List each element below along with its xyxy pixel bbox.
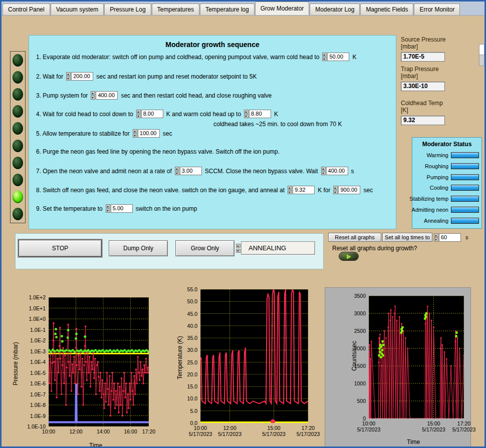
spinner-icon[interactable] <box>322 53 327 61</box>
spinner-icon[interactable] <box>66 72 71 81</box>
numeric-field[interactable]: 3.00 <box>180 167 202 175</box>
increment-arrow-icon[interactable] <box>136 110 141 114</box>
log-time-input[interactable]: 60 <box>434 233 461 242</box>
increment-arrow-icon[interactable] <box>236 244 240 248</box>
status-row-warming: Warming <box>414 152 479 159</box>
tab-temperature-log[interactable]: Temperature log <box>200 4 255 15</box>
step-led-off <box>13 174 23 186</box>
numeric-field[interactable]: 8.00 <box>141 110 163 118</box>
increment-arrow-icon[interactable] <box>321 167 326 171</box>
numeric-field[interactable]: 400.00 <box>96 91 118 100</box>
spinner-icon[interactable] <box>333 186 338 194</box>
status-row-roughing: Roughing <box>414 163 479 170</box>
grow-only-button[interactable]: Grow Only <box>175 240 234 256</box>
spinner-icon[interactable] <box>91 91 95 100</box>
spinner-icon[interactable] <box>106 204 110 213</box>
increment-arrow-icon[interactable] <box>333 186 338 190</box>
step-2-wait-input[interactable]: 200.00 <box>66 72 93 81</box>
spinner-icon[interactable] <box>133 129 137 138</box>
y-tick-label: 55.0 <box>176 286 197 292</box>
spinner-icon[interactable] <box>434 233 438 242</box>
tab-control-panel[interactable]: Control Panel <box>3 4 50 15</box>
spinner-icon[interactable] <box>288 186 292 194</box>
spinner-icon[interactable] <box>175 167 179 175</box>
y-tick-label: 1.0E+1 <box>23 305 46 311</box>
step-5-text: 5. Allow temperature to stabilize for <box>36 130 130 137</box>
reset-during-growth-button[interactable] <box>339 252 359 261</box>
step-led-on <box>13 191 23 203</box>
numeric-field[interactable]: 9.32 <box>293 186 315 194</box>
decrement-arrow-icon[interactable] <box>333 190 338 194</box>
pressure-time-label: Time <box>89 442 102 448</box>
numeric-field[interactable]: 400.00 <box>326 167 348 175</box>
tab-pressure-log[interactable]: Pressure Log <box>104 4 151 15</box>
tab-error-monitor[interactable]: Error Monitor <box>414 4 460 15</box>
step-7-flow-input[interactable]: 3.00 <box>175 167 202 175</box>
stop-button[interactable]: STOP <box>19 240 102 257</box>
tab-vacuum-system[interactable]: Vacuum system <box>51 4 104 15</box>
increment-arrow-icon[interactable] <box>322 53 327 57</box>
increment-arrow-icon[interactable] <box>91 91 95 95</box>
dump-only-button[interactable]: Dump Only <box>109 240 168 256</box>
step-5-stabilize-input[interactable]: 100.00 <box>133 129 160 138</box>
decrement-arrow-icon[interactable] <box>244 114 249 118</box>
increment-arrow-icon[interactable] <box>133 129 137 133</box>
decrement-arrow-icon[interactable] <box>434 238 438 242</box>
decrement-arrow-icon[interactable] <box>106 209 110 213</box>
spinner-icon[interactable] <box>321 167 326 175</box>
sequence-state-ring[interactable]: ANNEALING <box>236 241 315 255</box>
decrement-arrow-icon[interactable] <box>288 190 292 194</box>
tab-magnetic-fields[interactable]: Magnetic Fields <box>360 4 413 15</box>
numeric-field[interactable]: 200.00 <box>71 72 93 81</box>
tab-temperatures[interactable]: Temperatures <box>152 4 199 15</box>
increment-arrow-icon[interactable] <box>66 72 71 76</box>
increment-arrow-icon[interactable] <box>106 204 110 208</box>
y-tick-label: 3500 <box>325 293 366 299</box>
tab-grow-moderator[interactable]: Grow Moderator <box>255 2 310 15</box>
step-4-warmup-input[interactable]: 8.80 <box>244 110 271 118</box>
reset-all-graphs-button[interactable]: Reset all graphs <box>328 233 381 242</box>
numeric-field[interactable]: 50.00 <box>327 53 349 61</box>
set-log-times-button[interactable]: Set all log times to <box>382 233 432 242</box>
spinner-icon[interactable] <box>244 110 249 118</box>
decrement-arrow-icon[interactable] <box>66 77 71 81</box>
numeric-field[interactable]: 8.80 <box>249 110 271 118</box>
step-2-text2: sec and restart ion pump and reset moder… <box>96 73 257 80</box>
step-9-setpoint-input[interactable]: 5.00 <box>106 204 133 213</box>
increment-arrow-icon[interactable] <box>288 186 292 190</box>
numeric-field[interactable]: 100.00 <box>138 129 160 138</box>
decrement-arrow-icon[interactable] <box>136 114 141 118</box>
log-time-unit: s <box>465 234 468 240</box>
step-8-anneal-temp-input[interactable]: 9.32 <box>288 186 315 194</box>
y-tick-label: 1.0E-4 <box>23 359 46 365</box>
numeric-field[interactable]: 900.00 <box>338 186 360 194</box>
decrement-arrow-icon[interactable] <box>91 96 95 100</box>
step-1-text: 1. Evaporate old moderator: switch off i… <box>36 54 319 61</box>
numeric-field[interactable]: 60 <box>439 233 461 242</box>
tab-moderator-log[interactable]: Moderator Log <box>310 4 360 15</box>
step-8-anneal-time-input[interactable]: 900.00 <box>333 186 360 194</box>
step-7-wait-input[interactable]: 400.00 <box>321 167 348 175</box>
step-1-warm-temp-input[interactable]: 50.00 <box>322 53 349 61</box>
numeric-field[interactable]: 5.00 <box>111 204 133 213</box>
step-9-text2: switch on the ion pump <box>136 205 197 212</box>
step-led-off <box>13 105 23 118</box>
step-4-cooldown-input[interactable]: 8.00 <box>136 110 163 118</box>
decrement-arrow-icon[interactable] <box>175 171 179 175</box>
step-8-unit: sec <box>363 187 373 194</box>
spinner-icon[interactable] <box>136 110 141 118</box>
increment-arrow-icon[interactable] <box>175 167 179 171</box>
decrement-arrow-icon[interactable] <box>133 134 137 138</box>
decrement-arrow-icon[interactable] <box>321 171 326 175</box>
x-tick-date: 5/17/2023 <box>357 426 381 432</box>
decrement-arrow-icon[interactable] <box>236 249 240 253</box>
step-1: 1. Evaporate old moderator: switch off i… <box>36 53 356 61</box>
increment-arrow-icon[interactable] <box>434 233 438 237</box>
decrement-arrow-icon[interactable] <box>322 57 327 61</box>
step-3-pump-time-input[interactable]: 400.00 <box>91 91 118 100</box>
increment-arrow-icon[interactable] <box>244 110 249 114</box>
scrollbar[interactable] <box>479 44 484 66</box>
scrollbar-thumb[interactable] <box>479 55 484 66</box>
y-tick-label: 50.0 <box>176 298 197 304</box>
ring-spinner-icon[interactable] <box>236 244 240 253</box>
